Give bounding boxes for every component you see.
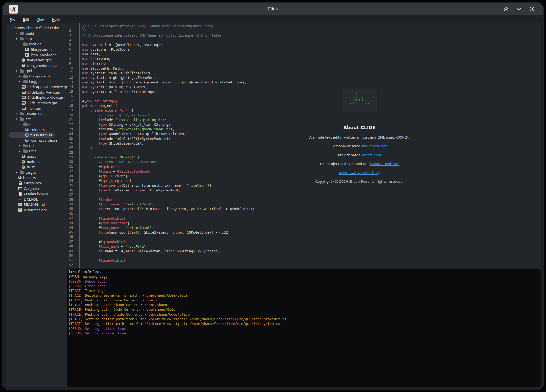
about-link[interactable]: shaunreed.com	[361, 144, 388, 148]
tree-item-logger[interactable]: ▸Logger	[9, 79, 55, 84]
tree-item-main.rs[interactable]: Rmain.rs	[9, 159, 55, 164]
code-line[interactable]: //	[82, 28, 255, 33]
chevron-down-icon[interactable]: ▾	[16, 118, 20, 120]
maximize-button[interactable]	[502, 5, 511, 13]
line-number: 24	[69, 131, 79, 136]
tree-item-readme.md[interactable]: M↓README.md	[9, 202, 55, 207]
tree-item-cargo.toml[interactable]: [T]Cargo.toml	[9, 186, 55, 191]
chevron-down-icon[interactable]: ▾	[16, 70, 20, 72]
tree-item-clideexplorerview.qml[interactable]: QtClideExplorerView.qml	[9, 95, 55, 100]
tree-item-target[interactable]: ▸target	[9, 170, 55, 175]
chevron-down-icon[interactable]: ▾	[16, 37, 20, 40]
title-bar[interactable]: X Clide	[3, 3, 543, 15]
file-name: resources.qrc	[24, 208, 47, 212]
code-line[interactable]: fn read_file(self: &FileSystem, path: &Q…	[82, 249, 255, 253]
line-number: 43	[69, 221, 79, 225]
code-line[interactable]: use syntect::highlighting::ThemeSet;	[82, 75, 255, 80]
menu-item-view[interactable]: View	[37, 17, 45, 22]
tree-item-filesystem.h[interactable]: Hfilesystem.h	[9, 47, 55, 52]
tree-item-license[interactable]: ✶LICENSE	[9, 196, 55, 202]
line-number: 7	[69, 52, 79, 56]
chevron-right-icon[interactable]: ▸	[19, 75, 23, 78]
code-line[interactable]: #[qinvokable]	[82, 240, 255, 244]
code-line[interactable]: #[inherit]	[82, 197, 255, 202]
chevron-right-icon[interactable]: ▸	[16, 32, 20, 35]
tree-item-icon_provider.h[interactable]: Hicon_provider.h	[9, 52, 55, 58]
code-line[interactable]: use devicons::FileIcon;	[82, 47, 255, 52]
md-file-icon: M↓	[18, 203, 22, 206]
code-line[interactable]: fn set_root_path(self: Pin<&mut FileSyst…	[82, 207, 255, 211]
about-link[interactable]: knoats.com	[361, 153, 381, 157]
tree-item-resources[interactable]: ▸resources	[9, 111, 55, 116]
code-line[interactable]: // SPDX-License-Identifier: GNU General …	[82, 33, 255, 38]
file-tree: ▸build▾cpp▾includeHfilesystem.hHicon_pro…	[9, 31, 66, 213]
line-number: 3	[69, 33, 79, 38]
close-button[interactable]	[528, 5, 537, 13]
tree-item-components[interactable]: ▸Components	[9, 74, 55, 79]
tree-item-build.rs[interactable]: Rbuild.rs	[9, 175, 55, 181]
code-line[interactable]: use log::warn;	[82, 56, 255, 61]
code-line[interactable]: #[cxx_name = "setRootPath"]	[82, 202, 255, 207]
code-line[interactable]: // SPDX-FileCopyrightText: 2026, Shaun R…	[82, 24, 255, 28]
code-line[interactable]	[82, 263, 255, 268]
tree-item-gui[interactable]: ▾gui	[9, 122, 55, 127]
code-line[interactable]: #[cxx_override]	[82, 221, 255, 225]
tree-item-filesystem.cpp[interactable]: Cfilesystem.cpp	[9, 58, 55, 63]
menu-item-edit[interactable]: Edit	[23, 17, 29, 22]
code-line[interactable]: #[qinvokable]	[82, 258, 255, 263]
tree-item-src[interactable]: ▾src	[9, 116, 55, 122]
tree-item-cmakelists.txt[interactable]: CMakeLists.txt	[9, 191, 55, 197]
code-line[interactable]: use std::path::Path;	[82, 66, 255, 71]
tree-item-utils[interactable]: ▸utils	[9, 148, 55, 154]
log-panel[interactable]: [INFO] Info logs[WARN] Warning logs[DEBU…	[67, 269, 541, 387]
chevron-right-icon[interactable]: ▸	[16, 171, 20, 174]
code-line[interactable]: #[cxx_name = "columnCount"]	[82, 225, 255, 230]
cpp-file-icon: C	[22, 58, 25, 62]
tree-item-cpp[interactable]: ▾cpp	[9, 36, 55, 42]
chevron-down-icon[interactable]: ▾	[19, 123, 23, 126]
code-line[interactable]	[82, 193, 255, 197]
code-line[interactable]	[82, 211, 255, 216]
tree-item-build[interactable]: ▸build	[9, 31, 55, 36]
chevron-down-icon[interactable]: ▾	[19, 43, 23, 46]
code-line[interactable]: use syntect::parsing::SyntaxSet;	[82, 85, 255, 89]
tree-item-icon_provider.cpp[interactable]: Cicon_provider.cpp	[9, 63, 55, 68]
tree-item-cargo.lock[interactable]: Cargo.lock	[9, 181, 55, 186]
chevron-right-icon[interactable]: ▸	[16, 112, 20, 115]
tree-item-clideeditorview.qml[interactable]: QtClideEditorView.qml	[9, 90, 55, 95]
about-link[interactable]: git.shaunreed.com	[368, 162, 399, 166]
code-line[interactable]	[82, 235, 255, 239]
code-line[interactable]: #[cxx_name = "readFile"]	[82, 244, 255, 249]
code-line[interactable]	[82, 38, 255, 43]
code-line[interactable]: use cxx_qt_lib::{QModelIndex, QString};	[82, 43, 255, 47]
code-line[interactable]: use dirs;	[82, 52, 255, 56]
menu-item-file[interactable]: File	[10, 17, 15, 22]
code-line[interactable]: use syntect::html::{IncludeBackground, a…	[82, 80, 255, 85]
tree-item-tui.rs[interactable]: Rtui.rs	[9, 164, 55, 170]
code-line[interactable]: #[qinvokable]	[82, 216, 255, 221]
chevron-right-icon[interactable]: ▸	[19, 144, 23, 147]
code-line[interactable]: #[qproperty(QString, file_path, cxx_name…	[82, 183, 255, 188]
tree-item-gui.rs[interactable]: Rgui.rs	[9, 154, 55, 159]
tree-item-colors.rs[interactable]: Rcolors.rs	[9, 127, 55, 133]
tree-item-icon_provider.rs[interactable]: Ricon_provider.rs	[9, 138, 55, 143]
chevron-right-icon[interactable]: ▸	[19, 80, 23, 83]
tree-item-include[interactable]: ▾include	[9, 41, 55, 47]
about-link[interactable]: KDAB CXX-Qt repository	[339, 171, 380, 175]
tree-item-qml[interactable]: ▾qml	[9, 68, 55, 74]
code-line[interactable]: fn column_count(self: &FileSystem, _inde…	[82, 230, 255, 235]
code-line[interactable]	[82, 253, 255, 258]
tree-item-tui[interactable]: ▸tui	[9, 143, 55, 148]
code-line[interactable]: use syntect::easy::HighlightLines;	[82, 71, 255, 75]
file-name: ClideExplorerView.qml	[27, 95, 65, 100]
minimize-button[interactable]	[515, 5, 524, 13]
tree-item-main.qml[interactable]: Qtmain.qml	[9, 106, 55, 111]
menu-item-help[interactable]: Help	[52, 17, 60, 22]
tree-item-resources.qrc[interactable]: Qtresources.qrc	[9, 207, 55, 213]
code-line[interactable]: use std::fs;	[82, 61, 255, 66]
code-line[interactable]: type FileSystem = super::FileSystemImpl;	[82, 188, 255, 193]
chevron-right-icon[interactable]: ▸	[19, 150, 23, 152]
tree-item-clidetreeview.qml[interactable]: QtClideTreeView.qml	[9, 100, 55, 106]
tree-item-clideapplicationview.qml[interactable]: QtClideApplicationView.qml	[9, 84, 55, 90]
tree-item-filesystem.rs[interactable]: Rfilesystem.rs	[9, 132, 55, 138]
